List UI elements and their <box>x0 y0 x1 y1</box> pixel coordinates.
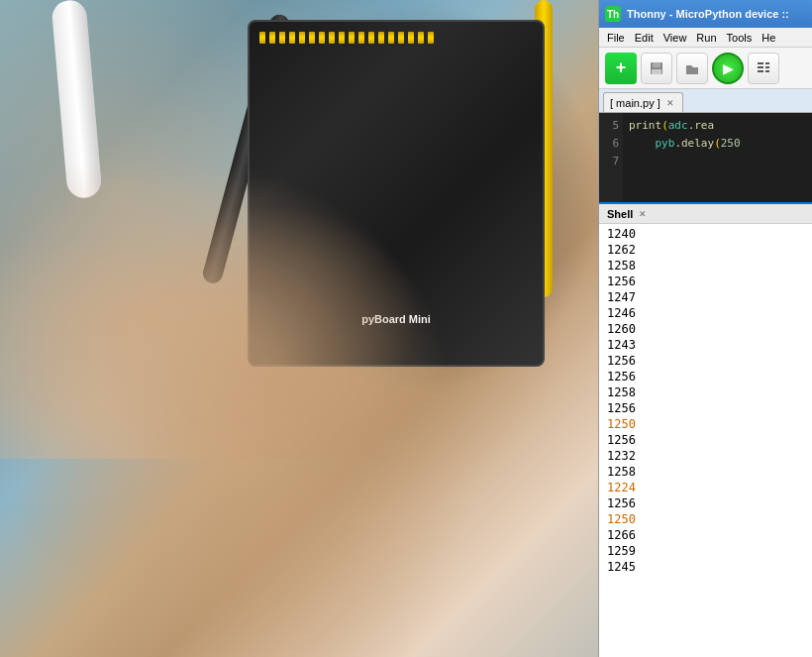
run-button[interactable]: ▶ <box>712 53 744 84</box>
paren-open: ( <box>661 119 668 132</box>
new-button[interactable]: + <box>605 53 637 84</box>
output-line: 1232 <box>599 448 812 464</box>
menu-tools[interactable]: Tools <box>723 30 757 46</box>
keyword-print: print <box>629 119 661 132</box>
output-line: 1224 <box>599 480 812 495</box>
code-line-5: print(adc.rea <box>629 117 806 135</box>
output-line: 1260 <box>599 321 812 337</box>
output-line: 1258 <box>599 384 812 400</box>
output-line: 1243 <box>599 337 812 353</box>
pcb-pins <box>259 32 456 44</box>
menu-run[interactable]: Run <box>692 30 720 46</box>
code-line-7 <box>629 153 806 170</box>
delay-method: delay <box>681 137 714 150</box>
output-line: 1266 <box>599 527 812 543</box>
app-icon: Th <box>605 6 621 22</box>
hand-overlay <box>0 112 495 459</box>
output-line: 1256 <box>599 353 812 369</box>
output-line: 1256 <box>599 369 812 384</box>
output-line: 1256 <box>599 400 812 416</box>
tab-main-py[interactable]: [ main.py ] ✕ <box>603 92 683 112</box>
shell-close-button[interactable]: ✕ <box>637 208 649 220</box>
code-content[interactable]: print(adc.rea pyb.delay(250 <box>623 113 812 202</box>
photo-area: pyBoard Mini <box>0 0 602 657</box>
output-line: 1258 <box>599 258 812 274</box>
svg-rect-1 <box>653 62 660 67</box>
shell-header: Shell ✕ <box>599 202 812 224</box>
tab-close-button[interactable]: ✕ <box>664 97 676 109</box>
title-bar: Th Thonny - MicroPython device :: <box>599 0 812 28</box>
code-editor[interactable]: 5 6 7 print(adc.rea pyb.delay(250 <box>599 113 812 202</box>
menu-file[interactable]: File <box>603 30 629 46</box>
open-button[interactable] <box>676 53 708 84</box>
title-bar-text: Thonny - MicroPython device :: <box>627 8 806 20</box>
shell-title: Shell <box>607 208 633 220</box>
line-num-7: 7 <box>612 153 619 170</box>
output-line: 1256 <box>599 495 812 511</box>
code-line-6: pyb.delay(250 <box>629 135 806 153</box>
output-line: 1262 <box>599 242 812 258</box>
output-line: 1240 <box>599 226 812 242</box>
output-line: 1250 <box>599 511 812 527</box>
output-line: 1250 <box>599 416 812 432</box>
output-line: 1256 <box>599 432 812 448</box>
line-num-5: 5 <box>612 117 619 135</box>
stop-button[interactable] <box>748 53 779 84</box>
menu-bar: File Edit View Run Tools He <box>599 28 812 48</box>
menu-edit[interactable]: Edit <box>631 30 658 46</box>
menu-help[interactable]: He <box>758 30 779 46</box>
output-line: 1258 <box>599 464 812 480</box>
output-line: 1245 <box>599 559 812 575</box>
output-line: 1246 <box>599 305 812 321</box>
toolbar: + ▶ <box>599 48 812 89</box>
tab-label: [ main.py ] <box>610 97 660 109</box>
output-line: 1256 <box>599 274 812 289</box>
svg-rect-2 <box>652 69 661 74</box>
line-numbers: 5 6 7 <box>599 113 623 202</box>
tab-bar: [ main.py ] ✕ <box>599 89 812 113</box>
ide-window: Th Thonny - MicroPython device :: File E… <box>598 0 812 657</box>
adc-obj: adc <box>668 119 688 132</box>
menu-view[interactable]: View <box>660 30 691 46</box>
line-num-6: 6 <box>612 135 619 153</box>
pyb-obj: pyb <box>656 137 675 150</box>
shell-output[interactable]: 1240126212581256124712461260124312561256… <box>599 224 812 657</box>
read-method: rea <box>694 119 714 132</box>
output-line: 1247 <box>599 289 812 305</box>
output-line: 1259 <box>599 543 812 559</box>
shell-panel: Shell ✕ 12401262125812561247124612601243… <box>599 202 812 657</box>
save-button[interactable] <box>641 53 672 84</box>
delay-value: 250 <box>721 137 741 150</box>
